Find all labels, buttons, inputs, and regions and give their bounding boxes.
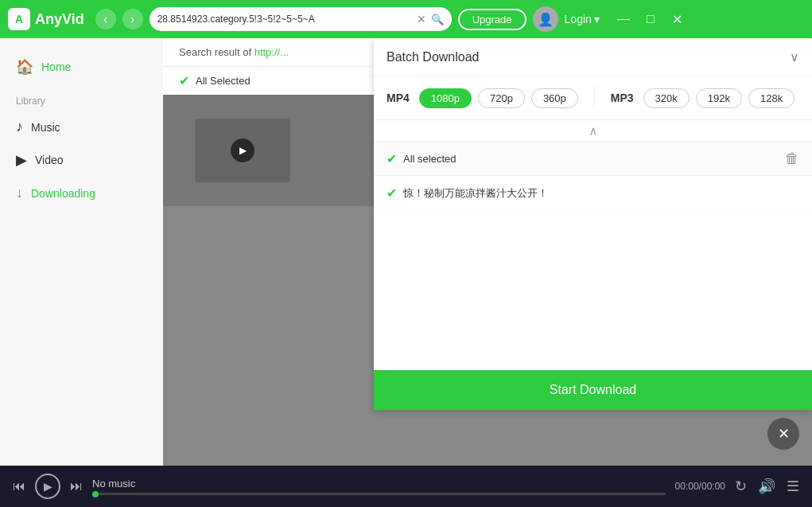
logo-icon: A (8, 8, 30, 30)
chevron-up-icon: ∧ (589, 123, 598, 138)
video-icon: ▶ (16, 151, 27, 169)
item-check-icon: ✔ (387, 185, 397, 201)
quality-720p-button[interactable]: 720p (478, 88, 525, 108)
sidebar-item-home[interactable]: 🏠 Home (0, 50, 163, 84)
forward-button[interactable]: › (122, 9, 143, 29)
video-thumbnail: ▶ (195, 119, 290, 182)
batch-title: Batch Download (387, 50, 480, 64)
logo-area: A AnyVid (8, 8, 84, 30)
downloading-label: Downloading (31, 187, 95, 200)
batch-download-panel: Batch Download ∨ MP4 1080p 720p 360p MP3… (374, 38, 812, 410)
quality-1080p-button[interactable]: 1080p (419, 88, 472, 108)
player-controls: ⏮ ▶ ⏭ (13, 474, 83, 499)
sidebar-item-downloading[interactable]: ↓ Downloading (0, 177, 163, 209)
maximize-button[interactable]: □ (641, 12, 660, 27)
format-divider (594, 86, 595, 110)
spacer (374, 211, 812, 370)
all-selected-check2-icon: ✔ (387, 151, 397, 166)
items-section: ✔ All selected 🗑 ✔ 惊！秘制万能凉拌酱汁大公开！ (374, 142, 812, 211)
time-display: 00:00/00:00 (675, 481, 725, 492)
sidebar: 🏠 Home Library ♪ Music ▶ Video ↓ Downloa… (0, 38, 163, 466)
player-bar: ⏮ ▶ ⏭ No music 00:00/00:00 ↻ 🔊 ☰ (0, 466, 812, 507)
quality-128k-button[interactable]: 128k (748, 88, 795, 108)
main-layout: 🏠 Home Library ♪ Music ▶ Video ↓ Downloa… (0, 38, 812, 466)
all-selected-check-icon: ✔ (179, 73, 189, 88)
mp3-group: MP3 320k 192k 128k (611, 88, 795, 108)
sidebar-item-music[interactable]: ♪ Music (0, 111, 163, 143)
title-bar: A AnyVid ‹ › 28.8514923.category.5!3~5!2… (0, 0, 812, 38)
quality-360p-button[interactable]: 360p (531, 88, 578, 108)
progress-dot (92, 491, 99, 497)
mp4-label: MP4 (387, 92, 410, 104)
all-selected-label: All Selected (196, 75, 251, 87)
next-button[interactable]: ⏭ (70, 479, 83, 493)
download-icon: ↓ (16, 185, 23, 201)
music-label: Music (31, 121, 60, 134)
content-area: Search result of http://... ✔ All Select… (163, 38, 812, 466)
batch-header: Batch Download ∨ (374, 38, 812, 76)
play-overlay[interactable]: ▶ (231, 138, 254, 162)
window-controls: — □ ✕ (614, 12, 687, 27)
url-bar[interactable]: 28.8514923.category.5!3~5!2~5~5~A ✕ 🔍 (150, 7, 452, 31)
close-button[interactable]: ✕ (668, 12, 687, 27)
login-button[interactable]: Login ▾ (565, 13, 600, 25)
collapse-arrow[interactable]: ∧ (374, 119, 812, 142)
quality-192k-button[interactable]: 192k (696, 88, 742, 108)
app-name: AnyVid (35, 11, 84, 28)
repeat-button[interactable]: ↻ (735, 478, 747, 495)
volume-button[interactable]: 🔊 (758, 478, 775, 495)
items-header: ✔ All selected 🗑 (374, 142, 812, 176)
home-label: Home (41, 60, 71, 73)
sidebar-item-video[interactable]: ▶ Video (0, 143, 163, 177)
upgrade-button[interactable]: Upgrade (458, 9, 526, 30)
prev-button[interactable]: ⏮ (13, 479, 25, 493)
url-clear-icon[interactable]: ✕ (417, 13, 426, 25)
progress-bar[interactable] (92, 493, 666, 495)
all-selected-label2: All selected (403, 153, 456, 165)
library-section-label: Library (0, 88, 163, 111)
quality-320k-button[interactable]: 320k (643, 88, 690, 108)
search-icon[interactable]: 🔍 (431, 14, 444, 25)
mp3-label: MP3 (611, 92, 634, 104)
collapse-button[interactable]: ∨ (790, 49, 799, 64)
items-header-left: ✔ All selected (387, 151, 456, 166)
search-result-prefix: Search result of (179, 46, 254, 58)
minimize-button[interactable]: — (614, 12, 633, 27)
back-button[interactable]: ‹ (95, 9, 116, 29)
close-panel-button[interactable]: ✕ (767, 418, 799, 450)
mp4-group: MP4 1080p 720p 360p (387, 88, 578, 108)
start-download-button[interactable]: Start Download (374, 370, 812, 410)
track-name: No music (92, 478, 666, 489)
avatar: 👤 (533, 6, 558, 32)
trash-icon[interactable]: 🗑 (785, 150, 799, 167)
format-section: MP4 1080p 720p 360p MP3 320k 192k 128k (374, 76, 812, 119)
url-text: 28.8514923.category.5!3~5!2~5~5~A (157, 14, 412, 25)
video-label: Video (35, 154, 64, 166)
player-right-controls: ↻ 🔊 ☰ (735, 478, 799, 495)
item-title: 惊！秘制万能凉拌酱汁大公开！ (403, 186, 548, 201)
music-icon: ♪ (16, 119, 23, 135)
play-pause-button[interactable]: ▶ (35, 474, 60, 499)
playlist-button[interactable]: ☰ (787, 478, 799, 495)
home-icon: 🏠 (16, 58, 33, 76)
track-info: No music (92, 478, 666, 495)
search-result-url[interactable]: http://... (254, 46, 289, 58)
table-row: ✔ 惊！秘制万能凉拌酱汁大公开！ (374, 176, 812, 211)
